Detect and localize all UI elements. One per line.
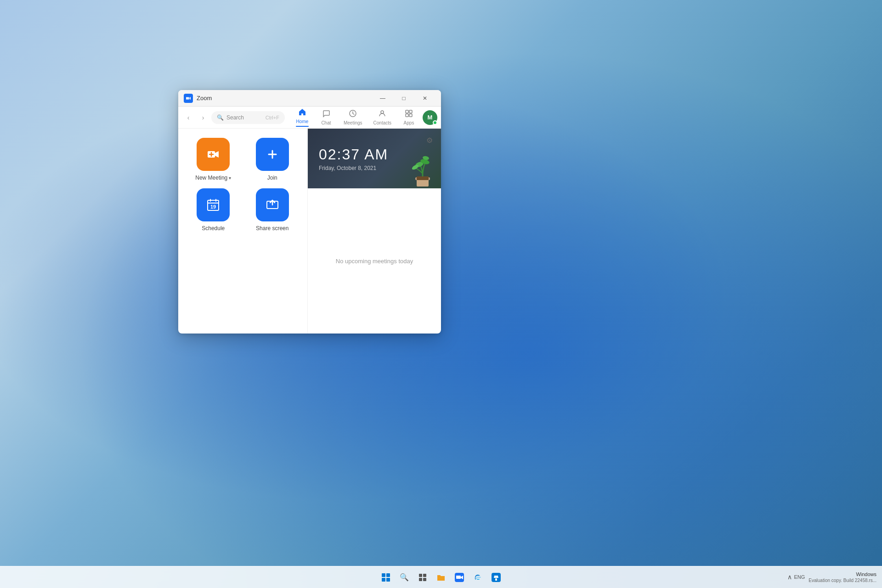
back-button[interactable]: ‹ bbox=[182, 111, 195, 124]
store-icon bbox=[492, 573, 501, 582]
zoom-taskbar-icon bbox=[455, 573, 464, 582]
tab-active-indicator bbox=[296, 126, 309, 127]
taskbar-search-icon: 🔍 bbox=[400, 573, 409, 582]
title-bar: Zoom — □ ✕ bbox=[178, 90, 441, 107]
share-screen-label: Share screen bbox=[256, 225, 288, 232]
tab-contacts-label: Contacts bbox=[373, 120, 391, 125]
tab-home-label: Home bbox=[296, 119, 309, 124]
system-time-text: Windows Evaluation copy. Build 22458.rs.… bbox=[808, 571, 876, 583]
clock-plant-decoration bbox=[404, 142, 441, 188]
svg-rect-4 bbox=[409, 110, 412, 113]
taskbar-search-button[interactable]: 🔍 bbox=[397, 570, 412, 585]
task-view-button[interactable] bbox=[415, 570, 430, 585]
right-panel: ⚙ 02:37 AM Friday, October 8, 2021 bbox=[308, 129, 441, 334]
share-screen-button[interactable] bbox=[256, 188, 289, 221]
forward-button[interactable]: › bbox=[197, 111, 209, 124]
new-meeting-dropdown-arrow: ▾ bbox=[229, 175, 231, 181]
action-grid: New Meeting ▾ Join bbox=[189, 138, 296, 232]
search-box[interactable]: 🔍 Search Ctrl+F bbox=[211, 111, 285, 124]
no-meetings-message: No upcoming meetings today bbox=[336, 258, 413, 265]
svg-rect-6 bbox=[409, 114, 412, 117]
edge-button[interactable] bbox=[470, 570, 485, 585]
nav-tabs: Home Chat Meetings bbox=[290, 106, 421, 129]
svg-rect-3 bbox=[406, 110, 408, 113]
tab-contacts[interactable]: Contacts bbox=[368, 107, 397, 127]
tab-chat[interactable]: Chat bbox=[314, 107, 338, 127]
tab-chat-label: Chat bbox=[321, 120, 331, 125]
search-shortcut: Ctrl+F bbox=[266, 115, 279, 120]
language-icon: ENG bbox=[794, 574, 805, 580]
home-icon bbox=[298, 108, 306, 118]
minimize-button[interactable]: — bbox=[372, 91, 393, 106]
system-tray-icons: ∧ ENG bbox=[787, 573, 805, 581]
svg-text:19: 19 bbox=[210, 204, 216, 209]
join-item[interactable]: Join bbox=[249, 138, 297, 181]
clock-time: 02:37 AM bbox=[319, 146, 388, 163]
file-explorer-button[interactable] bbox=[434, 570, 448, 585]
schedule-label: Schedule bbox=[202, 225, 225, 232]
left-panel: New Meeting ▾ Join bbox=[178, 129, 308, 334]
search-icon: 🔍 bbox=[217, 114, 224, 121]
tab-apps-label: Apps bbox=[404, 120, 414, 125]
meetings-icon bbox=[349, 109, 357, 119]
svg-rect-5 bbox=[406, 114, 408, 117]
close-button[interactable]: ✕ bbox=[414, 91, 435, 106]
svg-rect-22 bbox=[423, 578, 426, 581]
window-title: Zoom bbox=[197, 95, 372, 102]
zoom-taskbar-button[interactable] bbox=[452, 570, 467, 585]
zoom-logo bbox=[184, 94, 193, 103]
schedule-item[interactable]: 19 Schedule bbox=[189, 188, 237, 232]
meetings-area: No upcoming meetings today bbox=[308, 188, 441, 334]
svg-rect-19 bbox=[419, 574, 422, 577]
tab-home[interactable]: Home bbox=[290, 106, 314, 129]
chat-icon bbox=[322, 109, 330, 119]
schedule-button[interactable]: 19 bbox=[197, 188, 230, 221]
new-meeting-button[interactable] bbox=[197, 138, 230, 171]
edge-icon bbox=[473, 573, 482, 582]
tab-meetings-label: Meetings bbox=[344, 120, 362, 125]
store-button[interactable] bbox=[489, 570, 503, 585]
contacts-icon bbox=[378, 109, 386, 119]
share-screen-item[interactable]: Share screen bbox=[249, 188, 297, 232]
clock-card: 02:37 AM Friday, October 8, 2021 bbox=[308, 129, 441, 188]
svg-rect-20 bbox=[423, 574, 426, 577]
svg-rect-21 bbox=[419, 578, 422, 581]
new-meeting-item[interactable]: New Meeting ▾ bbox=[189, 138, 237, 181]
join-button[interactable] bbox=[256, 138, 289, 171]
chevron-up-icon[interactable]: ∧ bbox=[787, 573, 792, 581]
svg-rect-14 bbox=[417, 176, 429, 180]
windows-logo bbox=[382, 573, 390, 582]
avatar-initials: M bbox=[428, 114, 433, 121]
taskbar: 🔍 bbox=[0, 566, 882, 588]
tab-meetings[interactable]: Meetings bbox=[338, 107, 368, 127]
svg-point-2 bbox=[381, 111, 384, 113]
svg-rect-25 bbox=[495, 578, 497, 581]
apps-icon bbox=[405, 109, 413, 119]
tab-apps[interactable]: Apps bbox=[397, 107, 421, 127]
search-label: Search bbox=[226, 114, 244, 121]
main-content: New Meeting ▾ Join bbox=[178, 129, 441, 334]
clock-date: Friday, October 8, 2021 bbox=[319, 165, 376, 171]
wallpaper-overlay bbox=[0, 0, 882, 588]
new-meeting-label: New Meeting ▾ bbox=[195, 175, 231, 181]
zoom-window: Zoom — □ ✕ ‹ › 🔍 Search Ctrl+F Home bbox=[178, 90, 441, 334]
join-label: Join bbox=[267, 175, 277, 181]
window-controls: — □ ✕ bbox=[372, 91, 435, 106]
file-explorer-icon bbox=[436, 573, 446, 582]
settings-button[interactable]: ⚙ bbox=[423, 133, 436, 147]
system-tray: ∧ ENG Windows Evaluation copy. Build 224… bbox=[787, 571, 876, 583]
start-button[interactable] bbox=[379, 570, 393, 585]
toolbar: ‹ › 🔍 Search Ctrl+F Home bbox=[178, 107, 441, 129]
maximize-button[interactable]: □ bbox=[393, 91, 414, 106]
task-view-icon bbox=[418, 573, 427, 582]
avatar-status-indicator bbox=[433, 120, 437, 125]
avatar[interactable]: M bbox=[423, 110, 437, 125]
